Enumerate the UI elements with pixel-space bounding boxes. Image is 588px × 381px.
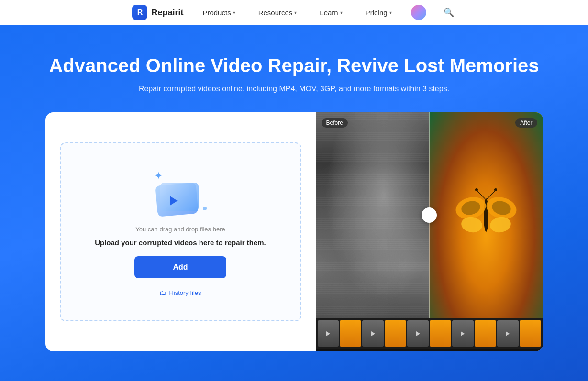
after-badge: After	[515, 118, 537, 128]
film-frame	[452, 320, 474, 347]
comparison-handle[interactable]: ◁▷	[422, 207, 437, 223]
upload-illustration: ✦	[152, 167, 209, 215]
upload-title: Upload your corrupted videos here to rep…	[95, 239, 266, 247]
comparison-view: Before ◁▷	[316, 112, 543, 318]
history-link[interactable]: 🗂 History files	[159, 289, 201, 296]
after-panel: After	[429, 112, 543, 318]
logo[interactable]: R Repairit	[132, 5, 183, 20]
navbar: R Repairit Products ▾ Resources ▾ Learn …	[0, 0, 588, 25]
film-frame	[318, 320, 339, 347]
nav-learn[interactable]: Learn ▾	[316, 7, 346, 19]
user-avatar[interactable]	[411, 5, 426, 20]
film-frame	[407, 320, 429, 347]
illustration-card	[160, 183, 199, 211]
film-frame	[385, 320, 406, 347]
before-overlay	[316, 112, 430, 318]
logo-text: Repairit	[151, 8, 183, 18]
film-frame	[362, 320, 384, 347]
before-panel: Before	[316, 112, 430, 318]
butterfly-illustration	[448, 177, 524, 253]
logo-icon: R	[132, 5, 147, 20]
chevron-down-icon: ▾	[389, 10, 392, 15]
film-frame	[340, 320, 361, 347]
nav-products[interactable]: Products ▾	[199, 7, 239, 19]
after-image	[429, 112, 543, 318]
filmstrip	[316, 318, 543, 349]
hero-subtitle: Repair corrupted videos online, includin…	[10, 85, 578, 93]
main-card: ✦ You can drag and drop files here Uploa…	[45, 112, 543, 351]
drop-area[interactable]: ✦ You can drag and drop files here Uploa…	[60, 142, 301, 321]
film-frame	[520, 320, 541, 347]
chevron-down-icon: ▾	[233, 10, 235, 15]
film-frame	[497, 320, 519, 347]
preview-panel: Before ◁▷	[316, 112, 543, 351]
svg-point-10	[494, 188, 497, 191]
svg-point-9	[475, 188, 478, 191]
chevron-down-icon: ▾	[340, 10, 343, 15]
chevron-down-icon: ▾	[294, 10, 297, 15]
upload-panel: ✦ You can drag and drop files here Uploa…	[45, 112, 316, 351]
nav-pricing[interactable]: Pricing ▾	[362, 7, 396, 19]
add-button[interactable]: Add	[134, 256, 226, 278]
play-icon	[170, 196, 178, 206]
star-icon: ✦	[154, 170, 163, 182]
film-frame	[475, 320, 496, 347]
hero-title: Advanced Online Video Repair, Revive Los…	[10, 54, 578, 77]
drag-drop-hint: You can drag and drop files here	[135, 226, 225, 233]
folder-icon: 🗂	[159, 289, 166, 296]
hero-section: Advanced Online Video Repair, Revive Los…	[0, 25, 588, 381]
before-badge: Before	[322, 118, 348, 128]
search-icon[interactable]: 🔍	[442, 5, 456, 20]
film-frame	[430, 320, 451, 347]
nav-resources[interactable]: Resources ▾	[255, 7, 301, 19]
dot-decoration	[203, 207, 207, 210]
